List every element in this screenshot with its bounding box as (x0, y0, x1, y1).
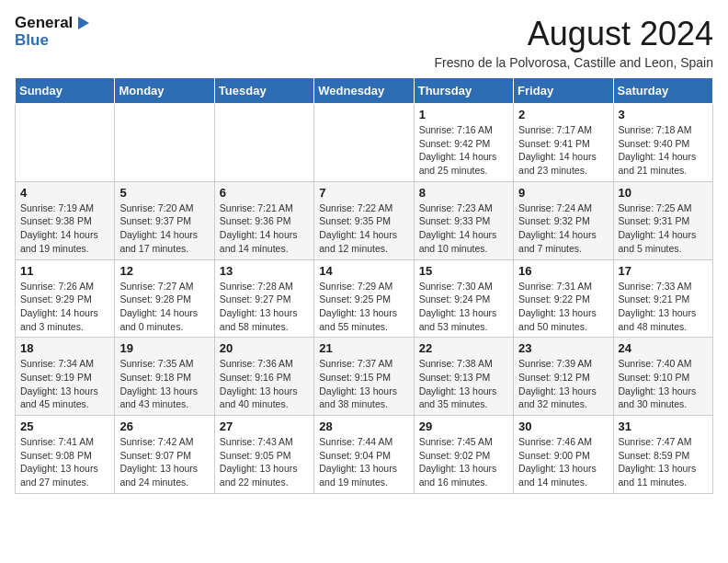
day-info: Sunrise: 7:21 AM Sunset: 9:36 PM Dayligh… (220, 201, 309, 256)
day-number: 16 (518, 264, 608, 278)
day-number: 28 (319, 419, 408, 433)
day-number: 4 (20, 186, 109, 200)
calendar-cell: 23Sunrise: 7:39 AM Sunset: 9:12 PM Dayli… (514, 338, 613, 416)
day-info: Sunrise: 7:16 AM Sunset: 9:42 PM Dayligh… (419, 123, 508, 178)
day-info: Sunrise: 7:43 AM Sunset: 9:05 PM Dayligh… (220, 435, 309, 489)
day-info: Sunrise: 7:23 AM Sunset: 9:33 PM Dayligh… (419, 201, 508, 256)
week-row-5: 25Sunrise: 7:41 AM Sunset: 9:08 PM Dayli… (16, 416, 713, 494)
calendar-cell: 26Sunrise: 7:42 AM Sunset: 9:07 PM Dayli… (115, 416, 214, 494)
logo-text: General Blue (15, 15, 91, 49)
calendar-cell (16, 104, 115, 182)
day-number: 8 (419, 186, 508, 200)
calendar-cell: 31Sunrise: 7:47 AM Sunset: 8:59 PM Dayli… (613, 416, 712, 494)
header-thursday: Thursday (414, 78, 513, 104)
day-number: 10 (619, 186, 708, 200)
day-number: 3 (619, 108, 708, 121)
day-info: Sunrise: 7:40 AM Sunset: 9:10 PM Dayligh… (619, 357, 708, 411)
header-friday: Friday (514, 78, 613, 104)
day-info: Sunrise: 7:39 AM Sunset: 9:12 PM Dayligh… (518, 357, 608, 411)
calendar-cell: 22Sunrise: 7:38 AM Sunset: 9:13 PM Dayli… (414, 338, 513, 416)
header-tuesday: Tuesday (214, 78, 313, 104)
day-info: Sunrise: 7:44 AM Sunset: 9:04 PM Dayligh… (319, 435, 408, 489)
calendar-cell: 27Sunrise: 7:43 AM Sunset: 9:05 PM Dayli… (214, 416, 313, 494)
day-info: Sunrise: 7:24 AM Sunset: 9:32 PM Dayligh… (518, 201, 608, 256)
calendar-cell (314, 104, 414, 182)
day-info: Sunrise: 7:22 AM Sunset: 9:35 PM Dayligh… (319, 201, 408, 256)
day-number: 18 (20, 341, 109, 355)
calendar-cell: 4Sunrise: 7:19 AM Sunset: 9:38 PM Daylig… (16, 181, 115, 259)
svg-marker-0 (78, 17, 89, 29)
day-number: 7 (319, 186, 408, 200)
day-number: 30 (518, 419, 608, 433)
week-row-1: 1Sunrise: 7:16 AM Sunset: 9:42 PM Daylig… (16, 104, 713, 182)
day-info: Sunrise: 7:41 AM Sunset: 9:08 PM Dayligh… (20, 435, 109, 489)
day-info: Sunrise: 7:37 AM Sunset: 9:15 PM Dayligh… (319, 357, 408, 411)
day-info: Sunrise: 7:26 AM Sunset: 9:29 PM Dayligh… (20, 280, 109, 334)
day-number: 9 (518, 186, 608, 200)
logo-arrow-icon (74, 15, 91, 31)
day-info: Sunrise: 7:38 AM Sunset: 9:13 PM Dayligh… (419, 357, 508, 411)
calendar-cell: 29Sunrise: 7:45 AM Sunset: 9:02 PM Dayli… (414, 416, 513, 494)
day-info: Sunrise: 7:29 AM Sunset: 9:25 PM Dayligh… (319, 280, 408, 334)
day-number: 21 (319, 341, 408, 355)
logo: General Blue (15, 15, 91, 49)
day-info: Sunrise: 7:27 AM Sunset: 9:28 PM Dayligh… (119, 280, 209, 334)
day-info: Sunrise: 7:19 AM Sunset: 9:38 PM Dayligh… (20, 201, 109, 256)
calendar-cell: 21Sunrise: 7:37 AM Sunset: 9:15 PM Dayli… (314, 338, 414, 416)
calendar-cell: 24Sunrise: 7:40 AM Sunset: 9:10 PM Dayli… (613, 338, 712, 416)
day-info: Sunrise: 7:36 AM Sunset: 9:16 PM Dayligh… (220, 357, 309, 411)
day-number: 2 (518, 108, 608, 121)
day-info: Sunrise: 7:18 AM Sunset: 9:40 PM Dayligh… (619, 123, 708, 178)
day-number: 19 (119, 341, 209, 355)
location: Fresno de la Polvorosa, Castille and Leo… (434, 55, 713, 70)
calendar-cell: 3Sunrise: 7:18 AM Sunset: 9:40 PM Daylig… (613, 104, 712, 182)
calendar-cell: 30Sunrise: 7:46 AM Sunset: 9:00 PM Dayli… (514, 416, 613, 494)
calendar-cell: 9Sunrise: 7:24 AM Sunset: 9:32 PM Daylig… (514, 181, 613, 259)
calendar-cell: 15Sunrise: 7:30 AM Sunset: 9:24 PM Dayli… (414, 259, 513, 338)
header-saturday: Saturday (613, 78, 712, 104)
day-number: 11 (20, 264, 109, 278)
day-number: 15 (419, 264, 508, 278)
calendar-header-row: SundayMondayTuesdayWednesdayThursdayFrid… (16, 78, 713, 104)
calendar-cell (115, 104, 214, 182)
day-info: Sunrise: 7:17 AM Sunset: 9:41 PM Dayligh… (518, 123, 608, 178)
calendar-cell: 7Sunrise: 7:22 AM Sunset: 9:35 PM Daylig… (314, 181, 414, 259)
calendar-cell: 14Sunrise: 7:29 AM Sunset: 9:25 PM Dayli… (314, 259, 414, 338)
day-info: Sunrise: 7:25 AM Sunset: 9:31 PM Dayligh… (619, 201, 708, 256)
day-number: 20 (220, 341, 309, 355)
week-row-3: 11Sunrise: 7:26 AM Sunset: 9:29 PM Dayli… (16, 259, 713, 338)
day-number: 6 (220, 186, 309, 200)
day-info: Sunrise: 7:30 AM Sunset: 9:24 PM Dayligh… (419, 280, 508, 334)
day-info: Sunrise: 7:20 AM Sunset: 9:37 PM Dayligh… (119, 201, 209, 256)
day-number: 5 (119, 186, 209, 200)
calendar-cell: 13Sunrise: 7:28 AM Sunset: 9:27 PM Dayli… (214, 259, 313, 338)
day-info: Sunrise: 7:46 AM Sunset: 9:00 PM Dayligh… (518, 435, 608, 489)
calendar-cell: 28Sunrise: 7:44 AM Sunset: 9:04 PM Dayli… (314, 416, 414, 494)
calendar-cell: 2Sunrise: 7:17 AM Sunset: 9:41 PM Daylig… (514, 104, 613, 182)
day-number: 24 (619, 341, 708, 355)
day-info: Sunrise: 7:45 AM Sunset: 9:02 PM Dayligh… (419, 435, 508, 489)
calendar-cell: 20Sunrise: 7:36 AM Sunset: 9:16 PM Dayli… (214, 338, 313, 416)
calendar-cell: 8Sunrise: 7:23 AM Sunset: 9:33 PM Daylig… (414, 181, 513, 259)
day-number: 31 (619, 419, 708, 433)
day-info: Sunrise: 7:42 AM Sunset: 9:07 PM Dayligh… (119, 435, 209, 489)
calendar-cell: 11Sunrise: 7:26 AM Sunset: 9:29 PM Dayli… (16, 259, 115, 338)
day-number: 1 (419, 108, 508, 121)
day-number: 23 (518, 341, 608, 355)
calendar-cell: 12Sunrise: 7:27 AM Sunset: 9:28 PM Dayli… (115, 259, 214, 338)
calendar-cell (214, 104, 313, 182)
week-row-4: 18Sunrise: 7:34 AM Sunset: 9:19 PM Dayli… (16, 338, 713, 416)
week-row-2: 4Sunrise: 7:19 AM Sunset: 9:38 PM Daylig… (16, 181, 713, 259)
day-number: 13 (220, 264, 309, 278)
calendar-body: 1Sunrise: 7:16 AM Sunset: 9:42 PM Daylig… (16, 104, 713, 494)
header-sunday: Sunday (16, 78, 115, 104)
header-monday: Monday (115, 78, 214, 104)
calendar-cell: 10Sunrise: 7:25 AM Sunset: 9:31 PM Dayli… (613, 181, 712, 259)
title-section: August 2024 Fresno de la Polvorosa, Cast… (434, 15, 713, 70)
calendar-table: SundayMondayTuesdayWednesdayThursdayFrid… (15, 77, 713, 494)
day-number: 17 (619, 264, 708, 278)
day-number: 26 (119, 419, 209, 433)
day-number: 27 (220, 419, 309, 433)
page-header: General Blue August 2024 Fresno de la Po… (15, 15, 713, 70)
calendar-cell: 5Sunrise: 7:20 AM Sunset: 9:37 PM Daylig… (115, 181, 214, 259)
